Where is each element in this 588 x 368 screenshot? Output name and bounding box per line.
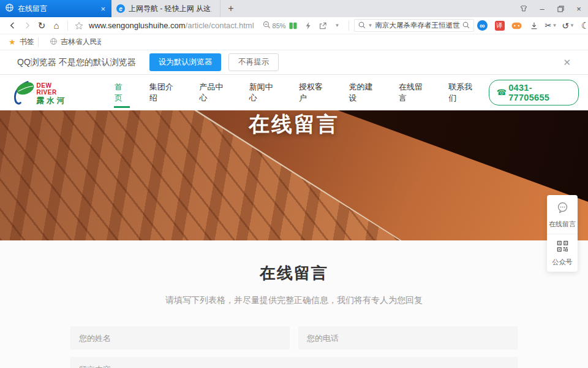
nav-item-home[interactable]: 首页: [105, 75, 140, 110]
logo-text-cn: 露水河: [37, 96, 73, 105]
search-go-icon[interactable]: [462, 20, 470, 31]
search-box[interactable]: ▼ 南京大屠杀幸存者王恒逝世: [354, 19, 474, 32]
nav-item-news[interactable]: 新闻中心: [239, 75, 289, 110]
main-nav: 首页 集团介绍 产品中心 新闻中心 授权客户 党的建设 在线留言 联系我们: [105, 75, 489, 110]
phone-number: 0431-77705655: [508, 83, 571, 102]
section-title: 在线留言: [0, 263, 588, 284]
message-section: 在线留言 请填写下列表格，并尽量提供完整正确信息，我们将有专人为您回复: [0, 263, 588, 368]
download-icon[interactable]: [527, 18, 541, 33]
browser-toolbar: ↻ ⌂ www.sengonglushuihe.com/article/cont…: [0, 17, 588, 34]
divider: [349, 21, 349, 31]
notification-close-icon[interactable]: ✕: [563, 57, 571, 68]
phone-button[interactable]: ☎ 0431-77705655: [489, 80, 579, 105]
bookmark-title: 吉林省人民政府网: [61, 37, 101, 47]
float-online-message-button[interactable]: 在线留言: [547, 195, 578, 234]
divider: [67, 21, 68, 31]
night-mode-icon[interactable]: ☾: [578, 18, 588, 33]
tab-bar: 在线留言 × e 上网导航 - 轻快上网 从这里开始 + – ×: [0, 0, 588, 17]
theme-skin-icon[interactable]: [514, 0, 533, 17]
notification-message: QQ浏览器 不是您的默认浏览器: [17, 57, 136, 68]
browser-window: 在线留言 × e 上网导航 - 轻快上网 从这里开始 + – × ↻ ⌂: [0, 0, 588, 368]
floating-side-widget: 在线留言 公众号: [547, 195, 578, 272]
url-host: www.sengonglushuihe.com: [89, 21, 186, 30]
toolbar-right-icons: ∞ 译 ✂▼ ↺▼ ☾ + ☰: [475, 18, 588, 33]
tab-online-message[interactable]: 在线留言 ×: [0, 0, 111, 17]
close-window-button[interactable]: ×: [570, 0, 588, 17]
e-browser-icon: e: [116, 4, 125, 13]
bookmarks-label[interactable]: 书签: [20, 37, 34, 47]
share-icon[interactable]: [315, 18, 330, 33]
hero-banner: 在线留言: [0, 110, 588, 240]
search-engine-caret-icon[interactable]: ▼: [368, 23, 373, 28]
hero-title: 在线留言: [0, 110, 588, 240]
zoom-out-icon: [263, 21, 271, 30]
globe-icon: [5, 3, 14, 14]
bookmark-star-icon[interactable]: [72, 18, 86, 33]
nav-item-contact-us[interactable]: 联系我们: [439, 75, 488, 110]
set-default-browser-button[interactable]: 设为默认浏览器: [149, 53, 222, 71]
dont-remind-button[interactable]: 不再提示: [228, 53, 279, 71]
default-browser-notification: QQ浏览器 不是您的默认浏览器 设为默认浏览器 不再提示 ✕: [0, 50, 588, 75]
window-controls: – ×: [514, 0, 588, 17]
new-tab-button[interactable]: +: [221, 0, 241, 17]
name-input[interactable]: [70, 326, 290, 350]
restore-button[interactable]: [551, 0, 570, 17]
bookmark-item[interactable]: 吉林省人民政府网: [50, 37, 101, 48]
back-button[interactable]: [5, 18, 20, 33]
history-undo-icon[interactable]: ↺▼: [561, 18, 576, 33]
message-content-textarea[interactable]: [70, 357, 518, 368]
nav-item-party-building[interactable]: 党的建设: [339, 75, 388, 110]
qq-account-icon[interactable]: ∞: [475, 18, 490, 33]
chevron-down-icon[interactable]: ▼: [330, 18, 345, 33]
nav-item-products[interactable]: 产品中心: [189, 75, 239, 110]
game-center-icon[interactable]: [510, 18, 524, 33]
divider: [38, 37, 39, 47]
reload-button[interactable]: ↻: [34, 18, 49, 33]
qr-code-icon: [557, 240, 568, 255]
globe-icon: [50, 37, 58, 48]
tab-close-icon[interactable]: ×: [99, 4, 107, 13]
float-official-account-button[interactable]: 公众号: [547, 234, 578, 272]
nav-item-online-message[interactable]: 在线留言: [389, 75, 439, 110]
search-hotword[interactable]: 南京大屠杀幸存者王恒逝世: [375, 21, 460, 30]
search-icon: [358, 20, 366, 31]
site-logo[interactable]: DEW RIVER 露水河: [9, 79, 73, 107]
address-bar[interactable]: www.sengonglushuihe.com/article/contact.…: [89, 21, 254, 30]
bookmarks-bar: ★ 书签 吉林省人民政府网: [0, 34, 588, 50]
float-message-label: 在线留言: [549, 220, 576, 228]
logo-text-en: DEW RIVER: [37, 82, 73, 96]
home-button[interactable]: ⌂: [49, 18, 64, 33]
forward-button[interactable]: [20, 18, 34, 33]
web-page: DEW RIVER 露水河 首页 集团介绍 产品中心 新闻中心 授权客户 党的建…: [0, 75, 588, 368]
url-path: /article/contact.html: [186, 21, 254, 30]
flash-lightning-icon[interactable]: [301, 18, 315, 33]
phone-input[interactable]: [298, 326, 518, 350]
screenshot-scissors-icon[interactable]: ✂▼: [544, 18, 559, 33]
nav-item-group-intro[interactable]: 集团介绍: [140, 75, 189, 110]
float-qr-label: 公众号: [552, 258, 573, 266]
bookmarks-star-icon[interactable]: ★: [9, 37, 16, 47]
nav-item-authorized-clients[interactable]: 授权客户: [289, 75, 339, 110]
reading-mode-icon[interactable]: [286, 18, 301, 33]
dew-river-leaf-icon: [9, 79, 39, 107]
tab-title: 在线留言: [18, 4, 96, 14]
tab-title: 上网导航 - 轻快上网 从这里开始: [129, 4, 211, 14]
translate-icon[interactable]: 译: [492, 18, 507, 33]
phone-icon: ☎: [497, 88, 507, 96]
section-subtitle: 请填写下列表格，并尽量提供完整正确信息，我们将有专人为您回复: [0, 295, 588, 306]
tab-nav-portal[interactable]: e 上网导航 - 轻快上网 从这里开始: [111, 0, 221, 17]
zoom-level: 85%: [273, 22, 286, 29]
minimize-button[interactable]: –: [533, 0, 551, 17]
zoom-control[interactable]: 85%: [263, 21, 286, 30]
site-header: DEW RIVER 露水河 首页 集团介绍 产品中心 新闻中心 授权客户 党的建…: [0, 75, 588, 110]
message-bubble-icon: [556, 201, 569, 217]
message-form: [70, 326, 518, 368]
